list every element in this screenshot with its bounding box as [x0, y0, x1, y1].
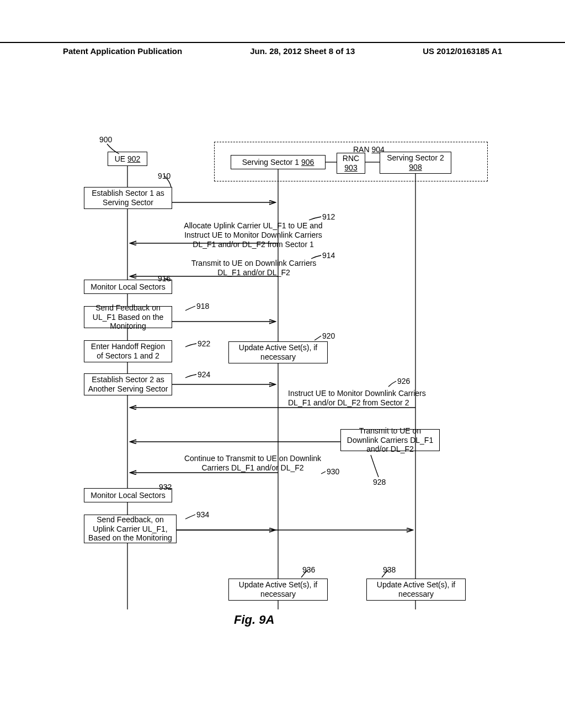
step-928: Transmit to UE on Downlink Carriers DL_F… — [340, 429, 440, 451]
ref-922: 922 — [198, 339, 210, 349]
msg-926: Instruct UE to Monitor Downlink Carriers… — [288, 389, 436, 408]
header-left: Patent Application Publication — [63, 46, 182, 56]
sector1-box: Serving Sector 1 906 — [231, 155, 326, 169]
step-938: Update Active Set(s), if necessary — [366, 579, 466, 601]
ue-box: UE 902 — [108, 152, 147, 166]
ref-918: 918 — [196, 302, 209, 311]
msg-930: Continue to Transmit to UE on Downlink C… — [182, 454, 323, 473]
ref-936: 936 — [302, 565, 315, 575]
header-right: US 2012/0163185 A1 — [423, 46, 502, 56]
step-922: Enter Handoff Region of Sectors 1 and 2 — [84, 340, 172, 362]
msg-914: Transmit to UE on Downlink Carriers DL_F… — [190, 259, 318, 277]
ref-930: 930 — [327, 467, 339, 477]
ref-932: 932 — [159, 483, 172, 492]
msg-912: Allocate Uplink Carrier UL_F1 to UE and … — [181, 221, 326, 249]
ref-916: 916 — [158, 274, 170, 283]
ref-926: 926 — [397, 377, 410, 386]
ref-910: 910 — [158, 172, 170, 181]
ref-912: 912 — [322, 212, 335, 222]
ref-938: 938 — [383, 565, 396, 575]
ref-900: 900 — [99, 135, 112, 144]
step-924: Establish Sector 2 as Another Serving Se… — [84, 373, 172, 395]
figure-9a: RAN 904 UE 902 Serving Sector 1 906 RNC … — [77, 135, 488, 631]
ref-920: 920 — [322, 331, 335, 341]
header-mid: Jun. 28, 2012 Sheet 8 of 13 — [250, 46, 355, 56]
figure-caption: Fig. 9A — [234, 613, 274, 627]
step-918: Send Feedback on UL_F1 Based on the Moni… — [84, 306, 172, 328]
ref-914: 914 — [322, 251, 335, 260]
page-header: Patent Application Publication Jun. 28, … — [0, 42, 565, 56]
rnc-box: RNC 903 — [337, 153, 365, 174]
step-934: Send Feedback, on Uplink Carrier UL_F1, … — [84, 515, 177, 543]
step-936: Update Active Set(s), if necessary — [228, 579, 328, 601]
step-910: Establish Sector 1 as Serving Sector — [84, 187, 172, 209]
ref-924: 924 — [198, 370, 210, 379]
step-920: Update Active Set(s), if necessary — [228, 341, 328, 363]
ref-934: 934 — [196, 510, 209, 520]
ref-928: 928 — [373, 478, 386, 487]
sector2-box: Serving Sector 2 908 — [380, 152, 451, 174]
